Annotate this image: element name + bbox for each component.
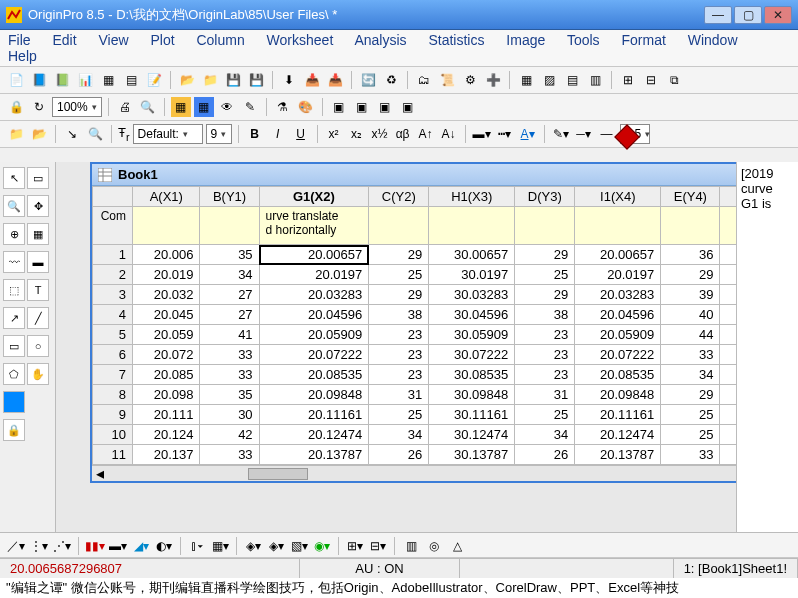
superscript-button[interactable]: x² [324,124,344,144]
lock-button[interactable]: 🔒 [6,97,26,117]
contour-button[interactable]: ◉▾ [312,536,332,556]
subscript-button[interactable]: x₂ [347,124,367,144]
multi-panel-button[interactable]: ▦▾ [210,536,230,556]
data-cell[interactable]: 29 [515,285,575,305]
data-cell[interactable]: 20.08535 [575,365,661,385]
poly-tool[interactable]: ⬠ [3,363,25,385]
maximize-button[interactable]: ▢ [734,6,762,24]
box-plot-button[interactable]: ⊟▾ [368,536,388,556]
data-cell[interactable]: 20.11161 [259,405,369,425]
menu-column[interactable]: Column [196,32,244,48]
italic-button[interactable]: I [268,124,288,144]
data-cell[interactable]: 20.05909 [259,325,369,345]
slide-button[interactable]: ▦ [171,97,191,117]
row-header[interactable]: 5 [93,325,133,345]
new-excel-button[interactable]: 📗 [52,70,72,90]
multi-y-button[interactable]: ⫿▾ [187,536,207,556]
new-matrix-button[interactable]: ▦ [98,70,118,90]
minimize-button[interactable]: — [704,6,732,24]
gadget1-button[interactable]: ▣ [329,97,349,117]
import-multi-button[interactable]: 📥 [325,70,345,90]
data-cell[interactable]: 20.00657 [575,245,661,265]
font-color-button[interactable]: A▾ [518,124,538,144]
text-tool[interactable]: T [27,279,49,301]
data-cell[interactable]: 33 [661,345,720,365]
data-cell[interactable]: 29 [661,265,720,285]
merge-button[interactable]: ⊞ [618,70,638,90]
data-cell[interactable]: 20.03283 [259,285,369,305]
data-tool[interactable]: ▦ [27,223,49,245]
fill-color-button[interactable]: ▬▾ [472,124,492,144]
print-preview-button[interactable]: 🔍 [138,97,158,117]
data-cell[interactable]: 23 [369,345,429,365]
data-cell[interactable]: 20.0197 [259,265,369,285]
font-combo[interactable]: Default: [133,124,203,144]
data-cell[interactable]: 20.09848 [575,385,661,405]
data-cell[interactable]: 35 [200,245,259,265]
batch-button[interactable]: ⚗ [273,97,293,117]
row-header[interactable]: 7 [93,365,133,385]
data-cell[interactable]: 30.00657 [429,245,515,265]
data-cell[interactable]: 20.0197 [575,265,661,285]
data-cell[interactable]: 33 [661,445,720,465]
data-cell[interactable]: 30.11161 [429,405,515,425]
rect-select-tool[interactable]: ▭ [27,167,49,189]
menu-edit[interactable]: Edit [52,32,76,48]
data-cell[interactable]: 38 [515,305,575,325]
data-cell[interactable]: 39 [661,285,720,305]
data-cell[interactable]: 29 [369,245,429,265]
screen-reader-button[interactable]: 👁 [217,97,237,117]
data-cell[interactable]: 20.13787 [575,445,661,465]
data-cell[interactable]: 23 [515,365,575,385]
region-tool[interactable]: ⬚ [3,279,25,301]
color-tool[interactable] [3,391,25,413]
new-notes-button[interactable]: 📝 [144,70,164,90]
print-button[interactable]: 🖨 [115,97,135,117]
data-cell[interactable]: 23 [515,325,575,345]
bar-plot-button[interactable]: ▬▾ [108,536,128,556]
data-cell[interactable]: 30.0197 [429,265,515,285]
data-cell[interactable]: 20.12474 [575,425,661,445]
folder-button[interactable]: 📂 [29,124,49,144]
increase-font-button[interactable]: A↑ [416,124,436,144]
col-header[interactable]: G1(X2) [259,187,369,207]
comment-cell[interactable]: urve translated horizontally [259,207,369,245]
duplicate-button[interactable]: ⧉ [664,70,684,90]
open-template-button[interactable]: 📁 [200,70,220,90]
col-header[interactable]: I1(X4) [575,187,661,207]
menu-plot[interactable]: Plot [150,32,174,48]
ternary-plot-button[interactable]: △ [447,536,467,556]
data-cell[interactable]: 27 [200,305,259,325]
data-cell[interactable]: 20.12474 [259,425,369,445]
underline-button[interactable]: U [291,124,311,144]
row-header[interactable]: 1 [93,245,133,265]
data-cell[interactable]: 30 [200,405,259,425]
data-cell[interactable]: 26 [369,445,429,465]
data-cell[interactable]: 26 [515,445,575,465]
column-plot-button[interactable]: ▮▮▾ [85,536,105,556]
data-cell[interactable]: 25 [369,405,429,425]
data-cell[interactable]: 20.11161 [575,405,661,425]
menu-image[interactable]: Image [506,32,545,48]
row-header[interactable]: 6 [93,345,133,365]
data-cell[interactable]: 20.032 [133,285,200,305]
data-cell[interactable]: 20.111 [133,405,200,425]
gadget3-button[interactable]: ▣ [375,97,395,117]
save-button[interactable]: 💾 [223,70,243,90]
bold-button[interactable]: B [245,124,265,144]
pointer-tool[interactable]: ↖ [3,167,25,189]
col-header[interactable]: A(X1) [133,187,200,207]
data-cell[interactable]: 23 [515,345,575,365]
data-cell[interactable]: 30.12474 [429,425,515,445]
layout-horiz-button[interactable]: ▤ [562,70,582,90]
col-header[interactable] [93,187,133,207]
menu-file[interactable]: File [8,32,31,48]
mask-tool[interactable]: ▬ [27,251,49,273]
data-cell[interactable]: 30.05909 [429,325,515,345]
workbook-titlebar[interactable]: Book1 [92,164,788,186]
data-cell[interactable]: 44 [661,325,720,345]
template-lib-button[interactable]: ▥ [401,536,421,556]
menu-tools[interactable]: Tools [567,32,600,48]
code-builder-button[interactable]: ⚙ [460,70,480,90]
data-cell[interactable]: 20.03283 [575,285,661,305]
